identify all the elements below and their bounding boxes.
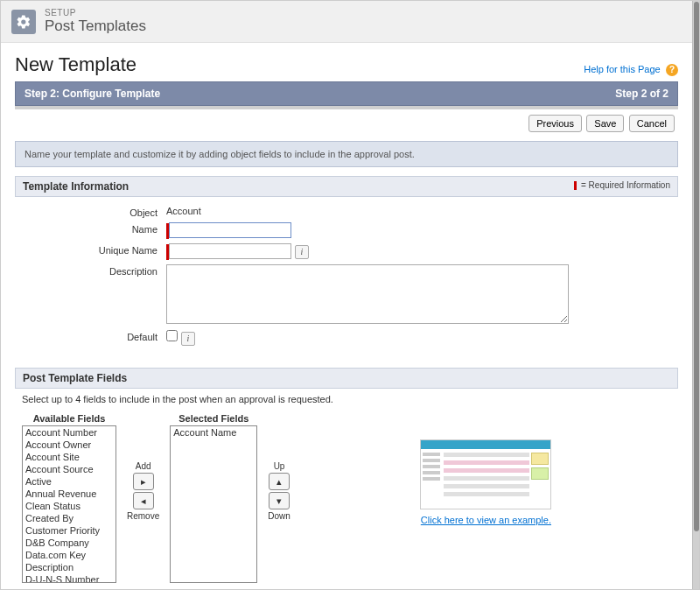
section-template-info-label: Template Information	[23, 180, 129, 193]
section-post-fields-label: Post Template Fields	[23, 372, 127, 384]
label-object: Object	[22, 206, 166, 218]
remove-label: Remove	[127, 511, 159, 521]
default-checkbox[interactable]	[166, 330, 178, 341]
name-input[interactable]	[169, 222, 291, 238]
instruction-bar: Name your template and customize it by a…	[15, 141, 678, 167]
section-post-fields: Post Template Fields	[15, 368, 678, 389]
arrow-right-icon: ▸	[141, 476, 146, 488]
label-default: Default	[22, 330, 166, 342]
list-item[interactable]: Account Name	[171, 426, 256, 439]
list-item[interactable]: Account Number	[23, 426, 116, 439]
value-object: Account	[166, 206, 201, 216]
unique-name-input[interactable]	[169, 243, 291, 259]
list-item[interactable]: Account Site	[23, 451, 116, 463]
step-count: Step 2 of 2	[615, 88, 668, 100]
up-button[interactable]: ▴	[269, 473, 290, 490]
help-link[interactable]: Help for this Page	[584, 64, 660, 74]
page-header: SETUP Post Templates	[1, 1, 692, 43]
list-item[interactable]: Description	[23, 561, 116, 573]
page-title: Post Templates	[45, 18, 146, 35]
help-icon[interactable]: ?	[666, 64, 678, 76]
list-item[interactable]: Data.com Key	[23, 549, 116, 561]
selected-fields-listbox[interactable]: Account Name	[170, 425, 257, 583]
list-item[interactable]: Annual Revenue	[23, 488, 116, 500]
arrow-down-icon: ▾	[276, 495, 282, 507]
description-textarea[interactable]	[166, 264, 569, 324]
arrow-up-icon: ▴	[276, 476, 282, 488]
gear-icon	[11, 10, 36, 34]
available-fields-listbox[interactable]: Account NumberAccount OwnerAccount SiteA…	[22, 425, 116, 583]
save-button[interactable]: Save	[586, 115, 624, 132]
list-item[interactable]: Customer Priority	[23, 524, 116, 537]
scrollbar-thumb[interactable]	[694, 2, 699, 531]
arrow-left-icon: ◂	[141, 495, 146, 507]
required-info-legend: = Required Information	[574, 180, 670, 193]
setup-label: SETUP	[45, 8, 146, 18]
step-bar: Step 2: Configure Template Step 2 of 2	[15, 81, 678, 106]
label-unique-name: Unique Name	[22, 243, 166, 256]
section-template-info: Template Information = Required Informat…	[15, 176, 678, 197]
add-label: Add	[136, 461, 151, 471]
list-item[interactable]: Active	[23, 475, 116, 488]
list-item[interactable]: Account Source	[23, 463, 116, 475]
label-description: Description	[22, 264, 166, 277]
down-button[interactable]: ▾	[269, 492, 290, 509]
remove-button[interactable]: ◂	[133, 492, 154, 509]
label-name: Name	[22, 222, 166, 235]
fields-instruction: Select up to 4 fields to include in the …	[15, 389, 678, 410]
up-label: Up	[274, 461, 285, 471]
selected-fields-label: Selected Fields	[170, 413, 257, 424]
list-item[interactable]: D&B Company	[23, 537, 116, 549]
down-label: Down	[268, 511, 290, 521]
cancel-button[interactable]: Cancel	[629, 115, 675, 132]
previous-button[interactable]: Previous	[528, 115, 582, 132]
list-item[interactable]: D-U-N-S Number	[23, 573, 116, 583]
info-icon[interactable]: i	[181, 332, 195, 346]
list-item[interactable]: Created By	[23, 512, 116, 524]
scrollbar[interactable]	[692, 1, 699, 589]
step-title: Step 2: Configure Template	[24, 88, 160, 100]
top-button-row: Previous Save Cancel	[15, 109, 678, 137]
example-link[interactable]: Click here to view an example.	[421, 515, 551, 525]
heading-new-template: New Template	[15, 53, 136, 76]
info-icon[interactable]: i	[295, 245, 309, 259]
list-item[interactable]: Account Owner	[23, 439, 116, 451]
list-item[interactable]: Clean Status	[23, 500, 116, 512]
available-fields-label: Available Fields	[22, 413, 116, 424]
example-preview-image	[420, 439, 551, 509]
add-button[interactable]: ▸	[133, 473, 154, 490]
